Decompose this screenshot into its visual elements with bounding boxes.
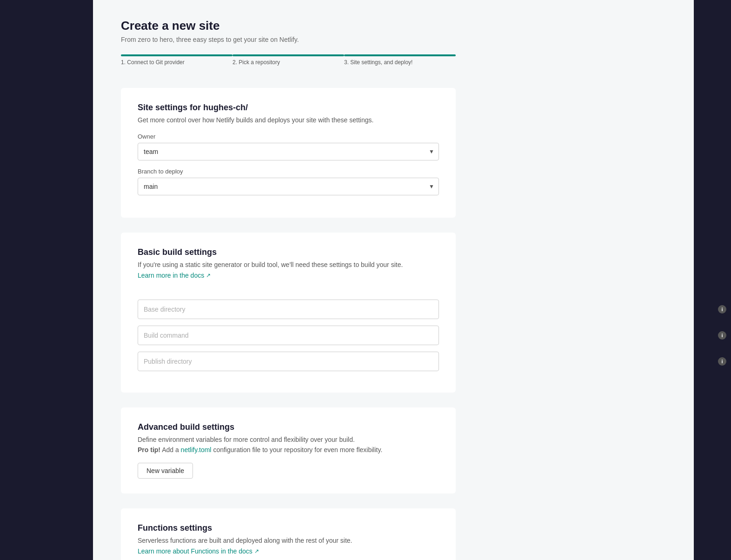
basic-build-section: Basic build settings If you're using a s…: [121, 233, 456, 393]
right-sidebar: [694, 0, 731, 560]
pro-tip-text: Pro tip! Add a netlify.toml configuratio…: [138, 446, 439, 453]
netlify-toml-link[interactable]: netlify.toml: [181, 446, 212, 453]
step-3: 3. Site settings, and deploy!: [344, 54, 456, 66]
step-bar-3: [344, 54, 456, 56]
basic-learn-more-label: Learn more in the docs: [138, 272, 204, 279]
new-variable-button[interactable]: New variable: [138, 463, 193, 479]
owner-select-wrapper: team ▼: [138, 143, 439, 160]
pro-tip-prefix: Pro tip!: [138, 446, 160, 453]
left-sidebar: [0, 0, 93, 560]
branch-label: Branch to deploy: [138, 168, 439, 175]
page-title: Create a new site: [121, 19, 456, 33]
site-settings-desc: Get more control over how Netlify builds…: [138, 116, 439, 124]
publish-directory-input[interactable]: [144, 358, 433, 365]
basic-build-title: Basic build settings: [138, 247, 439, 257]
step-bar-1: [121, 54, 233, 56]
branch-group: Branch to deploy main ▼: [138, 168, 439, 195]
step-bar-2: [233, 54, 344, 56]
step-1: 1. Connect to Git provider: [121, 54, 233, 66]
functions-settings-section: Functions settings Serverless functions …: [121, 508, 456, 560]
functions-learn-more-label: Learn more about Functions in the docs: [138, 547, 253, 555]
branch-select[interactable]: main: [138, 178, 439, 195]
site-settings-section: Site settings for hughes-ch/ Get more co…: [121, 88, 456, 218]
build-inputs: i i i: [138, 300, 439, 371]
basic-learn-more-link[interactable]: Learn more in the docs ↗: [138, 272, 211, 279]
step-2: 2. Pick a repository: [233, 54, 344, 66]
owner-group: Owner team ▼: [138, 133, 439, 160]
functions-external-link-icon: ↗: [254, 548, 259, 554]
owner-label: Owner: [138, 133, 439, 140]
basic-build-desc: If you're using a static site generator …: [138, 261, 439, 268]
functions-settings-desc: Serverless functions are built and deplo…: [138, 537, 439, 544]
advanced-build-desc: Define environment variables for more co…: [138, 436, 439, 443]
page-subtitle: From zero to hero, three easy steps to g…: [121, 36, 456, 43]
owner-select[interactable]: team: [138, 143, 439, 160]
functions-learn-more-link[interactable]: Learn more about Functions in the docs ↗: [138, 547, 259, 555]
stepper: 1. Connect to Git provider 2. Pick a rep…: [121, 54, 456, 66]
base-directory-input[interactable]: [144, 306, 433, 313]
publish-directory-row: i: [138, 352, 439, 371]
base-directory-row: i: [138, 300, 439, 319]
build-command-row: i: [138, 326, 439, 345]
advanced-build-section: Advanced build settings Define environme…: [121, 407, 456, 493]
external-link-icon: ↗: [206, 272, 211, 279]
pro-tip-middle: Add a: [162, 446, 180, 453]
branch-select-wrapper: main ▼: [138, 178, 439, 195]
step-label-3: 3. Site settings, and deploy!: [344, 59, 456, 66]
site-settings-title: Site settings for hughes-ch/: [138, 103, 439, 113]
step-label-1: 1. Connect to Git provider: [121, 59, 233, 66]
step-label-2: 2. Pick a repository: [233, 59, 344, 66]
main-content: Create a new site From zero to hero, thr…: [93, 0, 694, 560]
functions-settings-title: Functions settings: [138, 523, 439, 533]
advanced-build-title: Advanced build settings: [138, 422, 439, 432]
build-command-input[interactable]: [144, 332, 433, 339]
pro-tip-suffix: configuration file to your repository fo…: [213, 446, 382, 453]
